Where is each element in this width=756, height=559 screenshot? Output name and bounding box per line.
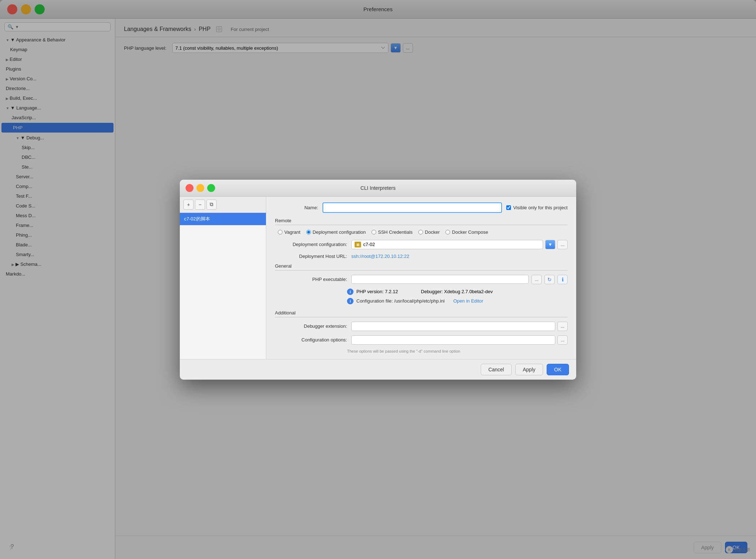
modal-footer: ? Cancel Apply OK xyxy=(180,359,576,380)
modal-overlay: CLI Interpreters + − ⧉ c7-02的脚本 Name: xyxy=(0,0,756,559)
deployment-host-row: Deployment Host URL: ssh://root@172.20.1… xyxy=(275,254,568,259)
modal-window-controls xyxy=(186,184,215,192)
deployment-config-value-box[interactable]: ▦ c7-02 xyxy=(351,240,543,249)
config-file-info-icon: i xyxy=(347,298,353,304)
cancel-button[interactable]: Cancel xyxy=(481,364,512,375)
radio-ssh[interactable]: SSH Credentials xyxy=(372,229,413,235)
remote-section-title: Remote xyxy=(275,218,568,225)
modal-title-bar: CLI Interpreters xyxy=(180,180,576,197)
debugger-ext-input[interactable] xyxy=(351,322,555,331)
php-exe-controls: /usr/local/php/bin/php ... ↻ ℹ xyxy=(351,275,568,284)
modal-close-button[interactable] xyxy=(186,184,194,192)
radio-docker-compose[interactable]: Docker Compose xyxy=(445,229,488,235)
config-options-hint: These options will be passed using the "… xyxy=(275,349,568,353)
name-label: Name: xyxy=(275,205,318,210)
deployment-config-selector: ▦ c7-02 ▼ ... xyxy=(351,240,568,249)
ok-button[interactable]: OK xyxy=(547,364,569,375)
cli-interpreters-modal: CLI Interpreters + − ⧉ c7-02的脚本 Name: xyxy=(180,180,576,380)
debugger-ext-label: Debugger extension: xyxy=(275,323,347,329)
deployment-config-dots-button[interactable]: ... xyxy=(557,240,568,249)
config-file-text: Configuration file: /usr/local/php/etc/p… xyxy=(356,298,445,304)
name-row: Name: c7-02的脚本 Visible only for this pro… xyxy=(275,202,568,213)
php-exe-info-button[interactable]: ℹ xyxy=(557,275,568,284)
debugger-ext-row: Debugger extension: ... xyxy=(275,322,568,331)
deployment-config-row: Deployment configuration: ▦ c7-02 ▼ ... xyxy=(275,240,568,249)
remote-radio-group: Vagrant Deployment configuration SSH Cre… xyxy=(275,229,568,235)
php-exe-input[interactable]: /usr/local/php/bin/php xyxy=(351,275,529,284)
modal-minimize-button[interactable] xyxy=(196,184,204,192)
deployment-host-label: Deployment Host URL: xyxy=(275,254,347,259)
php-version-row: i PHP version: 7.2.12 Debugger: Xdebug 2… xyxy=(275,289,568,295)
php-exe-row: PHP executable: /usr/local/php/bin/php .… xyxy=(275,275,568,284)
php-version-text: PHP version: 7.2.12 Debugger: Xdebug 2.7… xyxy=(356,289,493,294)
general-section-title: General xyxy=(275,263,568,270)
visible-only-checkbox[interactable] xyxy=(506,205,511,210)
interpreter-item-c7-02[interactable]: c7-02的脚本 xyxy=(180,213,266,225)
debugger-ext-dots-button[interactable]: ... xyxy=(557,322,568,331)
open-in-editor-link[interactable]: Open in Editor xyxy=(453,298,483,304)
radio-vagrant[interactable]: Vagrant xyxy=(278,229,301,235)
add-interpreter-button[interactable]: + xyxy=(183,200,194,210)
debugger-ext-controls: ... xyxy=(351,322,568,331)
config-options-controls: ... xyxy=(351,335,568,345)
additional-section-title: Additional xyxy=(275,310,568,317)
modal-sidebar: + − ⧉ c7-02的脚本 xyxy=(180,197,266,359)
name-input[interactable]: c7-02的脚本 xyxy=(323,202,502,213)
php-version-info-icon: i xyxy=(347,289,353,295)
config-options-input[interactable] xyxy=(351,335,555,345)
radio-docker[interactable]: Docker xyxy=(418,229,440,235)
radio-deployment[interactable]: Deployment configuration xyxy=(306,229,366,235)
modal-main-content: Name: c7-02的脚本 Visible only for this pro… xyxy=(266,197,576,359)
modal-help-button[interactable]: ? xyxy=(6,543,16,553)
php-exe-dots-button[interactable]: ... xyxy=(532,275,542,284)
deployment-config-arrow[interactable]: ▼ xyxy=(545,240,555,249)
config-options-row: Configuration options: ... xyxy=(275,335,568,345)
visible-only-label: Visible only for this project xyxy=(506,205,568,210)
modal-sidebar-toolbar: + − ⧉ xyxy=(180,197,266,213)
php-exe-refresh-button[interactable]: ↻ xyxy=(544,275,555,284)
remove-interpreter-button[interactable]: − xyxy=(195,200,205,210)
modal-title: CLI Interpreters xyxy=(360,185,395,191)
modal-maximize-button[interactable] xyxy=(207,184,215,192)
copy-interpreter-button[interactable]: ⧉ xyxy=(206,200,217,210)
config-options-dots-button[interactable]: ... xyxy=(557,335,568,345)
config-options-label: Configuration options: xyxy=(275,337,347,343)
apply-button[interactable]: Apply xyxy=(515,364,543,375)
deployment-host-url: ssh://root@172.20.10.12:22 xyxy=(351,254,409,259)
php-exe-label: PHP executable: xyxy=(275,277,347,282)
modal-body: + − ⧉ c7-02的脚本 Name: c7-02的脚本 Visible on… xyxy=(180,197,576,359)
server-icon: ▦ xyxy=(355,242,361,247)
deployment-config-label: Deployment configuration: xyxy=(275,242,347,247)
config-file-row: i Configuration file: /usr/local/php/etc… xyxy=(275,298,568,304)
